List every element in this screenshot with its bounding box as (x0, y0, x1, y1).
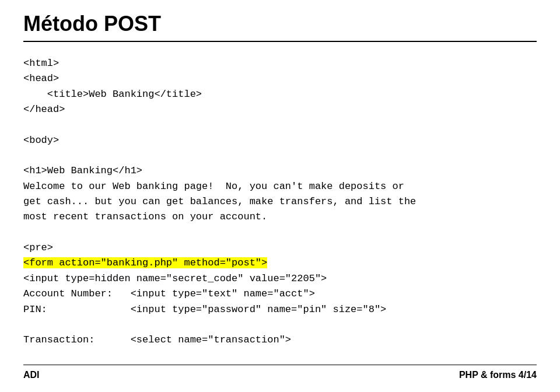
code-line-5 (23, 117, 537, 132)
code-line-14: <form action="banking.php" method="post"… (23, 256, 537, 271)
code-line-1: <html> (23, 56, 537, 71)
highlight-form-tag: <form action="banking.php" method="post"… (23, 257, 267, 268)
code-line-10: get cash... but you can get balances, ma… (23, 194, 537, 209)
code-line-8: <h1>Web Banking</h1> (23, 163, 537, 178)
code-line-9: Welcome to our Web banking page! No, you… (23, 179, 537, 194)
code-line-12 (23, 225, 537, 240)
code-line-3: <title>Web Banking</title> (23, 87, 537, 102)
code-line-17: PIN: <input type="password" name="pin" s… (23, 302, 537, 317)
footer: ADI PHP & forms 4/14 (23, 365, 537, 380)
title-divider (23, 41, 537, 42)
code-line-6: <body> (23, 133, 537, 148)
page-title: Método POST (23, 12, 537, 36)
code-line-15: <input type=hidden name="secret_code" va… (23, 271, 537, 286)
code-line-4: </head> (23, 102, 537, 117)
code-line-7 (23, 148, 537, 163)
code-section: <html> <head> <title>Web Banking</title>… (23, 56, 537, 348)
footer-left: ADI (23, 370, 40, 380)
page-container: Método POST <html> <head> <title>Web Ban… (0, 0, 560, 392)
footer-right: PHP & forms 4/14 (459, 370, 537, 380)
code-line-18 (23, 317, 537, 332)
code-line-13: <pre> (23, 240, 537, 256)
code-line-2: <head> (23, 71, 537, 86)
code-line-19: Transaction: <select name="transaction"> (23, 332, 537, 348)
code-line-11: most recent transactions on your account… (23, 209, 537, 225)
code-line-16: Account Number: <input type="text" name=… (23, 286, 537, 302)
